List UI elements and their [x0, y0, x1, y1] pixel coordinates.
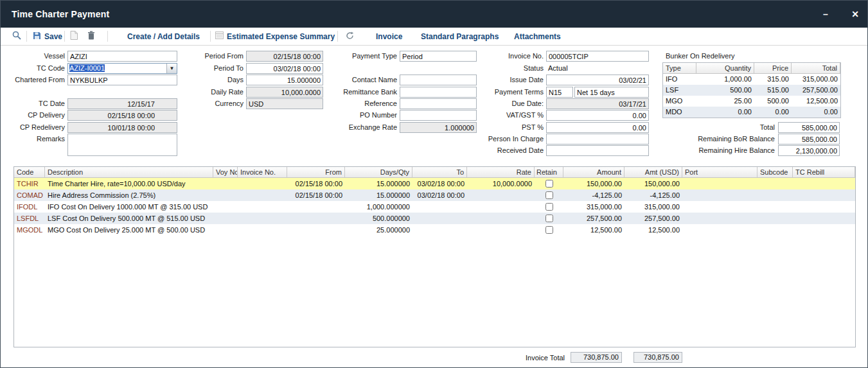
- header-subcode[interactable]: Subcode: [757, 167, 793, 177]
- bunker-row[interactable]: MGO 25.00 500.00 12,500.00: [663, 96, 840, 107]
- period-to-field[interactable]: [246, 63, 323, 74]
- cell-amount: 150,000.00: [563, 178, 624, 189]
- cp-delivery-field[interactable]: [67, 110, 177, 121]
- copy-button[interactable]: [70, 28, 78, 45]
- received-date-field[interactable]: [546, 145, 649, 156]
- remittance-bank-field[interactable]: [400, 87, 477, 98]
- grid-header-row: Code Description Voy No. Invoice No. Fro…: [14, 167, 855, 178]
- currency-field[interactable]: [246, 98, 323, 109]
- payment-terms-code-field[interactable]: [546, 87, 573, 98]
- tc-code-label: TC Code: [6, 63, 65, 74]
- exchange-rate-field[interactable]: [400, 122, 477, 133]
- person-in-charge-label: Person In Charge: [476, 134, 544, 145]
- bunker-row[interactable]: IFO 1,000.00 315.00 315,000.00: [663, 74, 840, 85]
- due-date-label: Due Date:: [476, 98, 544, 109]
- save-button[interactable]: Save: [33, 28, 62, 45]
- table-row[interactable]: COMAD Hire Address Commission (2.75%) 02…: [14, 189, 855, 201]
- header-from[interactable]: From: [287, 167, 345, 177]
- cell-voy-no: [213, 178, 238, 189]
- refresh-button[interactable]: [346, 28, 354, 45]
- table-row[interactable]: LSFDL LSF Cost On Delivery 500.000 MT @ …: [14, 213, 855, 224]
- po-number-field[interactable]: [400, 110, 477, 121]
- header-retain[interactable]: Retain: [535, 167, 563, 177]
- delete-button[interactable]: [87, 28, 95, 45]
- status-label: Status: [476, 63, 544, 74]
- table-row[interactable]: MGODL MGO Cost On Delivery 25.000 MT @ 5…: [14, 224, 855, 236]
- contact-name-field[interactable]: [400, 74, 477, 85]
- remarks-field[interactable]: [67, 134, 177, 156]
- retain-checkbox[interactable]: [545, 191, 553, 199]
- person-in-charge-field[interactable]: [546, 134, 649, 145]
- cell-days-qty: 500.000000: [345, 213, 412, 224]
- cell-to: [412, 224, 467, 236]
- retain-checkbox[interactable]: [545, 180, 553, 188]
- cell-amount: 12,500.00: [563, 224, 624, 236]
- header-port[interactable]: Port: [682, 167, 757, 177]
- header-amt-usd[interactable]: Amt (USD): [624, 167, 682, 177]
- bunker-quantity: 0.00: [696, 107, 754, 118]
- header-description[interactable]: Description: [45, 167, 213, 177]
- bunker-total: 12,500.00: [792, 96, 840, 107]
- vessel-field[interactable]: [67, 51, 177, 62]
- header-voy-no[interactable]: Voy No.: [213, 167, 238, 177]
- header-invoice-no[interactable]: Invoice No.: [238, 167, 287, 177]
- pst-field[interactable]: [546, 122, 649, 133]
- cell-port: [682, 224, 757, 236]
- payment-type-field[interactable]: [400, 51, 477, 62]
- issue-date-field[interactable]: [546, 74, 649, 85]
- payment-type-label: Payment Type: [336, 51, 397, 62]
- reference-label: Reference: [336, 98, 397, 109]
- bunker-header-quantity: Quantity: [696, 63, 754, 73]
- time-charter-payment-window: Time Charter Payment – ✕ Save Create / A…: [0, 0, 868, 368]
- remaining-bor-balance-label: Remaining BoR Balance: [643, 134, 775, 145]
- header-days-qty[interactable]: Days/Qty: [345, 167, 412, 177]
- toolbar-separator: [337, 31, 338, 42]
- toolbar-separator: [26, 31, 27, 42]
- header-rate[interactable]: Rate: [467, 167, 535, 177]
- cell-subcode: [757, 189, 793, 201]
- due-date-field[interactable]: [546, 98, 649, 109]
- cp-redelivery-field[interactable]: [67, 122, 177, 133]
- cell-amt-usd: 257,500.00: [624, 213, 682, 224]
- cell-from: [287, 224, 345, 236]
- days-field[interactable]: [246, 74, 323, 85]
- chevron-down-icon[interactable]: ▼: [166, 64, 177, 73]
- minimize-button[interactable]: –: [818, 8, 833, 21]
- header-code[interactable]: Code: [14, 167, 45, 177]
- cell-retain: [535, 213, 563, 224]
- header-to[interactable]: To: [412, 167, 467, 177]
- bunker-price: 515.00: [754, 85, 792, 96]
- estimated-expense-summary-button[interactable]: Estimated Expense Summary: [215, 28, 335, 45]
- bunker-row[interactable]: MDO 0.00 0.00 0.00: [663, 107, 840, 118]
- reference-field[interactable]: [400, 98, 477, 109]
- header-amount[interactable]: Amount: [563, 167, 624, 177]
- cell-to: 03/02/18 00:00: [412, 189, 467, 201]
- retain-checkbox[interactable]: [545, 215, 553, 222]
- bunker-row[interactable]: LSF 500.00 515.00 257,500.00: [663, 85, 840, 96]
- payment-terms-desc-field[interactable]: [574, 87, 649, 98]
- vat-gst-field[interactable]: [546, 110, 649, 121]
- table-row[interactable]: IFODL IFO Cost On Delivery 1000.000 MT @…: [14, 201, 855, 213]
- period-from-field[interactable]: [246, 51, 323, 62]
- cell-invoice-no: [238, 213, 287, 224]
- create-add-details-button[interactable]: Create / Add Details: [127, 28, 200, 45]
- cell-invoice-no: [238, 189, 287, 201]
- daily-rate-field[interactable]: [246, 87, 323, 98]
- search-button[interactable]: [12, 28, 21, 45]
- tc-date-field[interactable]: [67, 98, 177, 109]
- bunker-total: 315,000.00: [792, 74, 840, 85]
- standard-paragraphs-button[interactable]: Standard Paragraphs: [421, 28, 499, 45]
- retain-checkbox[interactable]: [545, 226, 553, 234]
- cell-tc-rebill: [793, 213, 855, 224]
- attachments-button[interactable]: Attachments: [514, 28, 561, 45]
- bunker-total: 257,500.00: [792, 85, 840, 96]
- close-button[interactable]: ✕: [847, 8, 863, 21]
- invoice-button[interactable]: Invoice: [376, 28, 402, 45]
- bunker-quantity: 500.00: [696, 85, 754, 96]
- retain-checkbox[interactable]: [545, 203, 553, 211]
- chartered-from-field[interactable]: [67, 74, 177, 85]
- table-row[interactable]: TCHIR Time Charter Hire, rate=10,000.00 …: [14, 178, 855, 189]
- invoice-no-field[interactable]: [546, 51, 649, 62]
- header-tc-rebill[interactable]: TC Rebill: [793, 167, 855, 177]
- tc-code-combo[interactable]: AZIZ-I0001 ▼: [67, 63, 177, 74]
